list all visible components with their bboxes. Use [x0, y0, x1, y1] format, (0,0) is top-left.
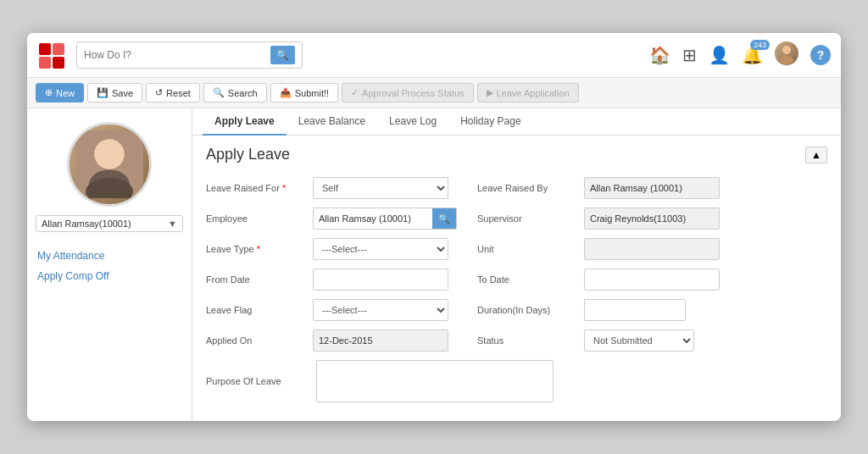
home-icon[interactable]: 🏠	[649, 45, 670, 65]
left-col-2: Employee 🔍	[206, 208, 469, 230]
dropdown-arrow-icon: ▼	[168, 219, 177, 229]
left-col-5: Leave Flag ---Select---	[206, 299, 469, 321]
sidebar-nav: My Attendance Apply Comp Off	[27, 241, 192, 291]
leave-raised-for-row: Leave Raised For * Self Leave Raised By	[206, 177, 827, 199]
to-date-label: To Date	[477, 274, 579, 285]
employee-search-button[interactable]: 🔍	[432, 208, 456, 229]
right-col-2: Supervisor	[477, 208, 827, 230]
user-dropdown[interactable]: Allan Ramsay(10001) ▼	[36, 215, 183, 232]
purpose-textarea[interactable]	[316, 360, 554, 402]
leave-raised-by-label: Leave Raised By	[477, 183, 579, 193]
sidebar-item-attendance[interactable]: My Attendance	[36, 246, 183, 266]
purpose-row: Purpose Of Leave	[206, 360, 827, 402]
dates-row: From Date To Date	[206, 269, 827, 291]
submit-icon: 📤	[280, 87, 292, 98]
status-label: Status	[477, 335, 579, 346]
leave-type-row: Leave Type * ---Select--- Unit	[206, 238, 827, 260]
leave-app-icon: ▶	[487, 87, 493, 98]
left-col-6: Applied On	[206, 329, 469, 352]
tab-leave-log[interactable]: Leave Log	[377, 108, 448, 136]
leave-type-label: Leave Type *	[206, 244, 308, 254]
search-button[interactable]: 🔍 Search	[203, 83, 267, 102]
svg-point-4	[782, 46, 791, 54]
profile-section: Allan Ramsay(10001) ▼	[27, 108, 192, 241]
svg-point-5	[780, 56, 793, 64]
search-input[interactable]	[84, 49, 270, 61]
leave-app-button: ▶ Leave Application	[477, 83, 579, 102]
leave-raised-for-select[interactable]: Self	[313, 177, 448, 199]
main-content: Allan Ramsay(10001) ▼ My Attendance Appl…	[27, 108, 841, 421]
new-button[interactable]: ⊕ New	[36, 83, 84, 102]
unit-input	[584, 238, 720, 260]
left-col-3: Leave Type * ---Select---	[206, 238, 469, 260]
save-icon: 💾	[97, 87, 108, 98]
user-name: Allan Ramsay(10001)	[42, 219, 131, 229]
search-nav-button[interactable]: 🔍	[270, 46, 295, 64]
sidebar: Allan Ramsay(10001) ▼ My Attendance Appl…	[27, 108, 192, 421]
employee-input[interactable]	[314, 211, 432, 226]
unit-label: Unit	[477, 244, 579, 254]
navbar: 🔍 🏠 ⊞ 👤 🔔 243 ?	[27, 33, 841, 78]
from-date-label: From Date	[206, 274, 308, 285]
sidebar-item-comp-off[interactable]: Apply Comp Off	[36, 266, 183, 286]
right-col-5: Duration(In Days)	[477, 299, 827, 321]
svg-point-9	[94, 139, 124, 169]
svg-rect-3	[53, 57, 64, 69]
search-bar[interactable]: 🔍	[76, 42, 303, 69]
new-icon: ⊕	[45, 87, 53, 98]
applied-on-label: Applied On	[206, 335, 308, 346]
nav-icons: 🏠 ⊞ 👤 🔔 243 ?	[649, 42, 831, 69]
tab-apply-leave[interactable]: Apply Leave	[203, 108, 287, 136]
leave-raised-by-input	[584, 177, 720, 199]
user-icon[interactable]: 👤	[709, 45, 730, 65]
right-col-6: Status Not Submitted	[477, 329, 827, 352]
search-icon: 🔍	[213, 87, 225, 98]
employee-search-field[interactable]: 🔍	[313, 208, 457, 230]
form-title: Apply Leave ▲	[206, 146, 827, 163]
supervisor-label: Supervisor	[477, 213, 579, 224]
svg-rect-0	[39, 43, 51, 55]
purpose-label: Purpose Of Leave	[206, 376, 308, 386]
approval-button: ✓ Approval Process Status	[342, 83, 473, 102]
avatar-icon[interactable]	[775, 42, 798, 69]
applied-on-row: Applied On Status Not Submitted	[206, 329, 827, 352]
leave-flag-select[interactable]: ---Select---	[313, 299, 448, 321]
grid-icon[interactable]: ⊞	[682, 45, 697, 65]
applied-on-input	[313, 329, 448, 352]
leave-type-select[interactable]: ---Select---	[313, 238, 448, 260]
logo	[37, 40, 68, 70]
supervisor-input	[584, 208, 720, 230]
status-select[interactable]: Not Submitted	[584, 329, 694, 352]
employee-row: Employee 🔍 Supervisor	[206, 208, 827, 230]
right-col-4: To Date	[477, 269, 827, 291]
scroll-up-button[interactable]: ▲	[805, 147, 827, 163]
svg-rect-1	[53, 43, 64, 55]
main-window: 🔍 🏠 ⊞ 👤 🔔 243 ? ⊕ Ne	[27, 33, 841, 421]
employee-label: Employee	[206, 213, 308, 224]
reset-icon: ↺	[155, 87, 163, 98]
reset-button[interactable]: ↺ Reset	[146, 83, 200, 102]
left-col-4: From Date	[206, 269, 469, 291]
svg-rect-2	[39, 57, 51, 69]
right-col-1: Leave Raised By	[477, 177, 827, 199]
leave-flag-row: Leave Flag ---Select--- Duration(In Days…	[206, 299, 827, 321]
to-date-input[interactable]	[584, 269, 720, 291]
leave-flag-label: Leave Flag	[206, 305, 308, 315]
tab-holiday-page[interactable]: Holiday Page	[448, 108, 532, 136]
page-title: Apply Leave	[206, 146, 290, 163]
tabs: Apply Leave Leave Balance Leave Log Holi…	[192, 108, 841, 136]
leave-raised-for-label: Leave Raised For *	[206, 183, 308, 193]
right-panel: Apply Leave Leave Balance Leave Log Holi…	[192, 108, 841, 421]
duration-input[interactable]	[584, 299, 686, 321]
toolbar: ⊕ New 💾 Save ↺ Reset 🔍 Search 📤 Submit!!…	[27, 78, 841, 108]
approval-icon: ✓	[351, 87, 359, 98]
from-date-input[interactable]	[313, 269, 448, 291]
bell-icon[interactable]: 🔔 243	[742, 45, 763, 65]
tab-leave-balance[interactable]: Leave Balance	[287, 108, 377, 136]
avatar	[67, 122, 152, 207]
help-icon[interactable]: ?	[810, 45, 831, 65]
right-col-3: Unit	[477, 238, 827, 260]
notification-badge: 243	[750, 40, 770, 50]
submit-button[interactable]: 📤 Submit!!	[270, 83, 338, 102]
save-button[interactable]: 💾 Save	[87, 83, 142, 102]
